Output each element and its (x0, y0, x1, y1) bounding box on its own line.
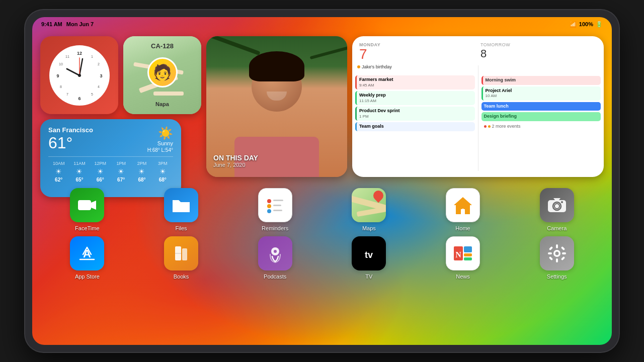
settings-icon (540, 236, 574, 270)
weather-hour-5: 3PM ☀ 68° (152, 161, 173, 183)
apps-row-2: A App Store (40, 236, 604, 280)
top-widget-row: 12 3 6 9 1 2 4 5 7 8 10 (40, 36, 201, 114)
weather-hour-2: 12PM ☀ 66° (90, 161, 111, 183)
news-svg: N (452, 242, 474, 264)
birthday-dot (357, 65, 360, 68)
svg-text:tv: tv (365, 250, 373, 260)
svg-text:6: 6 (78, 96, 80, 101)
ipad-frame: 9:41 AM Mon Jun 7 📶 100% 🔋 (25, 10, 619, 352)
app-books[interactable]: Books (134, 236, 228, 280)
app-home[interactable]: Home (416, 188, 510, 231)
svg-text:8: 8 (60, 85, 62, 88)
cal-event-morning-swim[interactable]: Morning swim (481, 76, 601, 85)
files-svg (171, 196, 192, 214)
svg-point-38 (274, 250, 277, 253)
svg-line-12 (67, 69, 79, 75)
svg-text:2: 2 (98, 62, 100, 66)
app-tv[interactable]: tv TV (322, 236, 416, 280)
apps-row-1: FaceTime Files (40, 188, 604, 231)
news-icon: N (446, 236, 480, 270)
weather-hour-3: 1PM ☀ 67° (111, 161, 131, 183)
weather-hourly: 10AM ☀ 62° 11AM ☀ 65° 12PM ☀ 66° (48, 156, 173, 183)
maps-route-label: CA-128 (123, 42, 201, 50)
svg-rect-48 (556, 258, 558, 262)
calendar-tomorrow-num: 8 (480, 47, 597, 60)
app-reminders-label: Reminders (262, 225, 288, 231)
weather-widget[interactable]: San Francisco 61° ☀️ Sunny H:68° L:54° (40, 119, 181, 197)
svg-rect-21 (273, 205, 281, 206)
svg-point-25 (461, 209, 464, 212)
svg-text:N: N (455, 250, 461, 259)
svg-rect-51 (548, 246, 552, 250)
weather-city: San Francisco (48, 126, 93, 134)
svg-rect-52 (560, 246, 565, 250)
books-svg (171, 243, 191, 263)
cal-event-project-ariel[interactable]: Project Ariel 10 AM (481, 86, 601, 101)
cal-event-farmers-market[interactable]: Farmers market 9:45 AM (355, 75, 475, 89)
cal-event-team-goals[interactable]: Team goals (355, 122, 475, 131)
svg-point-20 (267, 204, 271, 208)
files-icon (164, 188, 198, 222)
svg-text:3: 3 (100, 73, 102, 78)
birthday-label: Jake's birthday (362, 64, 392, 69)
calendar-today-num: 7 (359, 47, 475, 61)
calendar-tomorrow-col: TOMORROW 8 (480, 42, 597, 61)
calendar-body: Jake's birthday Farmers market 9:45 AM W… (352, 63, 604, 177)
svg-text:10: 10 (59, 62, 63, 66)
cal-event-weekly-prep[interactable]: Weekly prep 11:15 AM (355, 91, 475, 105)
app-appstore-label: App Store (75, 274, 100, 280)
svg-rect-49 (548, 252, 552, 254)
svg-text:12: 12 (76, 51, 82, 56)
facetime-svg (77, 198, 97, 213)
more-dot-2 (488, 125, 491, 128)
app-news[interactable]: N News (416, 236, 510, 280)
podcasts-svg (265, 243, 285, 263)
ipad-screen: 9:41 AM Mon Jun 7 📶 100% 🔋 (32, 17, 612, 345)
calendar-tomorrow-events: Morning swim Project Ariel 10 AM Team lu… (481, 63, 601, 173)
weather-condition-name: Sunny (147, 140, 173, 146)
app-appstore[interactable]: A App Store (40, 236, 134, 280)
cal-event-team-lunch[interactable]: Team lunch (481, 102, 601, 111)
photos-main-label: ON THIS DAY (213, 154, 340, 162)
birthday-event: Jake's birthday (355, 63, 475, 70)
weather-temp: 61° (48, 134, 93, 152)
calendar-widget[interactable]: MONDAY 7 TOMORROW 8 Jake's birthday (352, 36, 604, 177)
svg-rect-54 (560, 256, 565, 260)
app-camera-label: Camera (547, 225, 567, 231)
app-reminders[interactable]: Reminders (228, 188, 322, 231)
svg-rect-35 (182, 248, 187, 260)
svg-line-13 (79, 59, 83, 75)
clock-face: 12 3 6 9 1 2 4 5 7 8 10 (49, 45, 110, 106)
app-files[interactable]: Files (134, 188, 228, 231)
appstore-icon: A (70, 236, 104, 270)
app-news-label: News (456, 274, 470, 280)
photos-sub-label: June 7, 2020 (213, 162, 340, 168)
app-camera[interactable]: Camera (510, 188, 604, 231)
app-settings-label: Settings (547, 274, 567, 280)
calendar-today-events: Jake's birthday Farmers market 9:45 AM W… (355, 63, 475, 173)
status-time: 9:41 AM (41, 21, 62, 27)
more-events-label: 2 more events (492, 124, 521, 129)
svg-rect-50 (562, 252, 566, 254)
app-podcasts-label: Podcasts (264, 274, 286, 280)
app-facetime[interactable]: FaceTime (40, 188, 134, 231)
svg-text:1: 1 (91, 55, 93, 58)
app-settings[interactable]: Settings (510, 236, 604, 280)
svg-rect-23 (273, 210, 282, 211)
camera-icon (540, 188, 574, 222)
maps-widget[interactable]: 🧑 CA-128 Napa (123, 36, 201, 114)
status-date: Mon Jun 7 (66, 21, 94, 27)
app-maps-label: Maps (362, 225, 376, 231)
clock-widget[interactable]: 12 3 6 9 1 2 4 5 7 8 10 (40, 36, 118, 114)
app-maps[interactable]: Maps (322, 188, 416, 231)
books-icon (164, 236, 198, 270)
svg-point-18 (267, 199, 271, 203)
cal-event-product-dev[interactable]: Product Dev sprint 1 PM (355, 107, 475, 121)
svg-text:4: 4 (98, 85, 100, 88)
tv-svg: tv (358, 246, 380, 261)
photos-widget[interactable]: ON THIS DAY June 7, 2020 (206, 36, 347, 177)
svg-rect-42 (464, 253, 472, 256)
svg-rect-43 (464, 257, 472, 260)
app-podcasts[interactable]: Podcasts (228, 236, 322, 280)
cal-event-design-briefing[interactable]: Design briefing (481, 112, 601, 121)
